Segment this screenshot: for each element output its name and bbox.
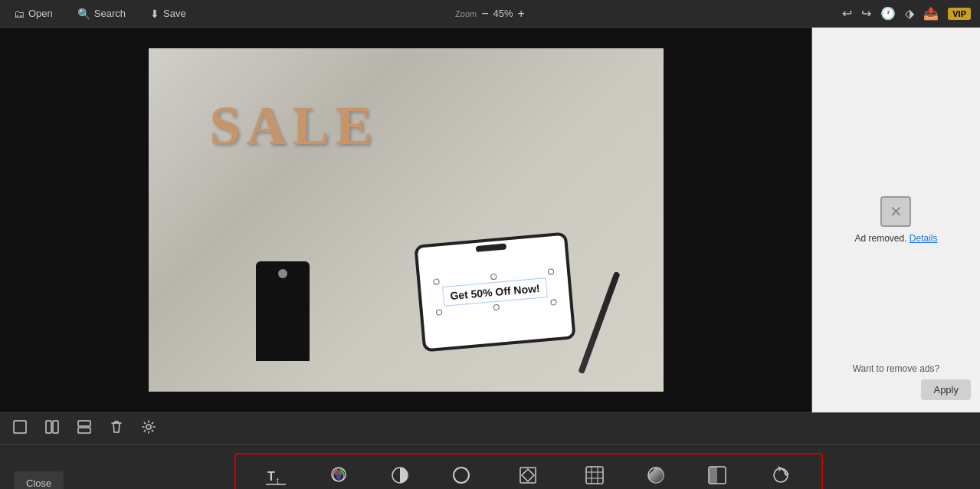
open-button[interactable]: 🗂 Open (9, 5, 57, 23)
ad-x-icon: ✕ (880, 196, 911, 227)
text-style-icon: T t (266, 465, 286, 488)
selection-handle-tl (433, 278, 440, 285)
apply-button[interactable]: Apply (921, 379, 971, 400)
canvas-image: SALE Get 50% Off Now! (149, 48, 664, 392)
svg-rect-2 (53, 421, 58, 433)
sale-text: SALE (210, 94, 379, 158)
details-link[interactable]: Details (910, 233, 938, 244)
tool-opacity[interactable]: Opacity (687, 459, 748, 489)
zoom-minus-button[interactable]: − (481, 7, 488, 21)
ad-removed-text: Ad removed. (854, 233, 906, 244)
phone-mockup: Get 50% Off Now! (414, 232, 575, 353)
svg-rect-3 (78, 421, 90, 426)
zoom-control: Zoom − 45% + (455, 7, 525, 21)
crop-split-horizontal-icon[interactable] (74, 416, 95, 441)
texture-icon (585, 465, 605, 488)
color-icon (329, 465, 349, 488)
svg-point-5 (146, 425, 151, 429)
tool-gradient[interactable]: Gradient (625, 459, 687, 489)
canvas-area[interactable]: SALE Get 50% Off Now! (0, 28, 811, 412)
settings-icon[interactable] (138, 416, 159, 441)
tool-texture[interactable]: Texture (564, 459, 625, 489)
save-button[interactable]: ⬇ Save (146, 5, 191, 23)
tool-background[interactable]: Background (492, 459, 565, 489)
outline-icon (451, 465, 471, 488)
save-label: Save (163, 8, 186, 19)
selection-handle-tc (490, 274, 497, 281)
price-tag (256, 261, 310, 361)
selection-handle-bl (435, 309, 442, 316)
open-label: Open (28, 8, 53, 19)
top-toolbar: 🗂 Open 🔍 Search ⬇ Save Zoom − 45% + ↩ ↪ … (0, 0, 980, 28)
trash-icon[interactable] (106, 416, 127, 441)
gradient-icon (646, 465, 666, 488)
close-button[interactable]: Close (14, 471, 64, 490)
svg-point-14 (454, 468, 469, 483)
background-icon (518, 465, 538, 488)
zoom-value: 45% (493, 8, 513, 19)
tool-transform[interactable]: Transform (748, 459, 814, 489)
opacity-icon (707, 465, 727, 488)
svg-rect-23 (709, 467, 717, 484)
ad-removed-area: ✕ Ad removed. Details (854, 196, 937, 244)
canvas-background: SALE Get 50% Off Now! (149, 48, 664, 392)
shadow-icon (390, 465, 410, 488)
svg-rect-16 (586, 467, 603, 484)
right-panel: ✕ Ad removed. Details Want to remove ads… (811, 28, 980, 412)
history-icon[interactable]: 🕐 (880, 6, 896, 21)
crop-split-vertical-icon[interactable] (41, 416, 63, 441)
share-icon[interactable]: 📤 (923, 6, 939, 21)
view-controls (0, 412, 980, 445)
zoom-plus-button[interactable]: + (518, 7, 525, 21)
phone-notch (475, 243, 506, 251)
svg-rect-4 (78, 428, 90, 433)
redo-icon[interactable]: ↪ (861, 6, 871, 21)
svg-text:T: T (267, 470, 275, 483)
selection-handle-tr (547, 268, 554, 275)
open-icon: 🗂 (14, 8, 25, 20)
svg-point-12 (336, 474, 341, 480)
selection-handle-bc (493, 304, 500, 311)
selection-handle-br (549, 299, 556, 306)
stylus-pen (578, 271, 620, 374)
undo-icon[interactable]: ↩ (842, 6, 852, 21)
tools-panel: T t Text Style Color (234, 453, 823, 489)
layers-icon[interactable]: ⬗ (905, 6, 914, 21)
search-icon: 🔍 (77, 8, 90, 20)
tool-shadow[interactable]: Shadow (369, 459, 431, 489)
crop-single-icon[interactable] (9, 416, 31, 441)
bottom-toolbar: Close T t Text Style (0, 445, 980, 489)
search-label: Search (94, 8, 126, 19)
want-to-remove-ads: Want to remove ads? (853, 363, 940, 374)
phone-text[interactable]: Get 50% Off Now! (442, 277, 547, 307)
save-icon: ⬇ (150, 8, 159, 20)
svg-rect-1 (46, 421, 51, 433)
transform-icon (771, 465, 791, 488)
main-area: SALE Get 50% Off Now! (0, 28, 980, 412)
tool-color[interactable]: Color (308, 459, 369, 489)
phone-text-label: Get 50% Off Now! (449, 282, 539, 302)
zoom-label: Zoom (455, 9, 477, 18)
close-btn-area: Close (0, 471, 77, 490)
vip-badge[interactable]: VIP (948, 8, 971, 20)
svg-rect-0 (14, 421, 26, 433)
tool-text-style[interactable]: T t Text Style (244, 459, 308, 489)
top-right-tools: ↩ ↪ 🕐 ⬗ 📤 VIP (842, 6, 971, 21)
tool-outline[interactable]: Outline (431, 459, 492, 489)
ad-removed-line: Ad removed. Details (854, 233, 937, 244)
search-button[interactable]: 🔍 Search (73, 5, 130, 23)
